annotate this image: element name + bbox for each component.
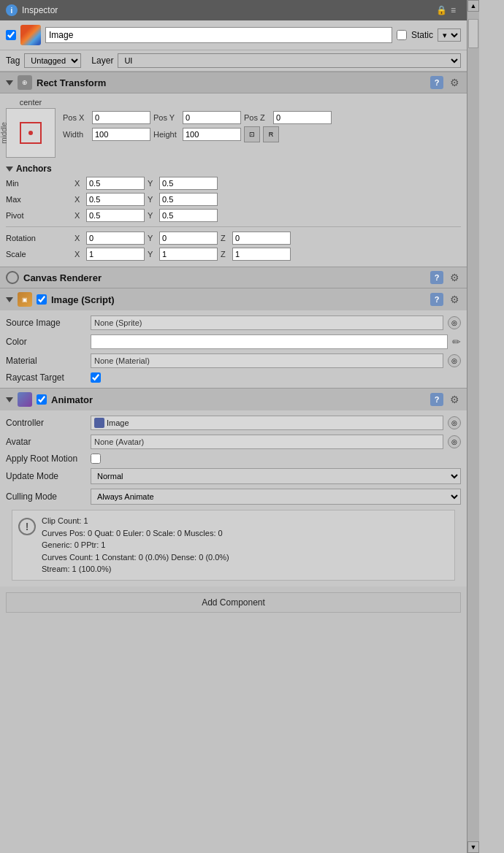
pivot-x-label: X <box>75 211 83 220</box>
tag-select[interactable]: Untagged <box>24 53 81 68</box>
image-script-enabled[interactable] <box>37 294 47 305</box>
anchors-header[interactable]: Anchors <box>6 161 461 175</box>
divider-1 <box>6 226 461 227</box>
layer-label: Layer <box>91 56 113 66</box>
pivot-y-label: Y <box>148 211 156 220</box>
gameobject-enabled-checkbox[interactable] <box>6 30 16 40</box>
static-dropdown[interactable]: ▾ <box>438 28 461 42</box>
anchors-min-x-input[interactable] <box>86 177 145 190</box>
image-script-section: ▣ Image (Script) ? ⚙ Source Image ◎ Colo… <box>0 288 467 388</box>
controller-pick-btn[interactable]: ◎ <box>448 416 461 429</box>
avatar-input[interactable] <box>91 435 443 449</box>
static-checkbox[interactable] <box>397 30 407 40</box>
raycast-target-checkbox[interactable] <box>91 372 101 383</box>
aspect-ratio-icon[interactable]: ⊡ <box>244 126 260 142</box>
rect-transform-gear-icon[interactable]: ⚙ <box>448 76 461 89</box>
scale-group: X Y Z <box>75 248 461 261</box>
canvas-renderer-gear-icon[interactable]: ⚙ <box>448 271 461 284</box>
anchors-max-row: Max X Y <box>6 191 461 207</box>
color-label: Color <box>6 337 86 347</box>
color-field[interactable] <box>91 334 448 349</box>
static-label: Static <box>411 30 433 40</box>
info-icon: ! <box>18 518 36 535</box>
anchors-min-y-input[interactable] <box>159 177 218 190</box>
avatar-row: Avatar ◎ <box>6 432 461 451</box>
rotation-x-input[interactable] <box>86 232 145 245</box>
image-script-gear-icon[interactable]: ⚙ <box>448 293 461 306</box>
rect-transform-icon: ⊕ <box>18 75 32 90</box>
max-x-label: X <box>75 195 83 204</box>
apply-root-motion-checkbox[interactable] <box>91 454 101 464</box>
rotation-y-input[interactable] <box>159 232 218 245</box>
culling-mode-select[interactable]: Always Animate Cull Update Transforms Cu… <box>91 489 461 505</box>
rotation-group: X Y Z <box>75 232 461 245</box>
scale-y-input[interactable] <box>159 248 218 261</box>
image-script-help-icon[interactable]: ? <box>430 293 443 306</box>
panel-title: Inspector <box>22 5 58 15</box>
posx-input[interactable] <box>92 111 150 124</box>
canvas-renderer-help-icon[interactable]: ? <box>430 271 443 284</box>
pos-fields: Pos X Pos Y Pos Z Width Height ⊡ R <box>63 111 461 145</box>
scale-x-input[interactable] <box>86 248 145 261</box>
menu-icon[interactable]: ≡ <box>451 5 461 15</box>
apply-root-motion-row: Apply Root Motion <box>6 451 461 466</box>
posy-label: Pos Y <box>153 113 180 122</box>
update-mode-select[interactable]: Normal AnimatePhysics UnscaledTime <box>91 468 461 484</box>
anchors-max-x-input[interactable] <box>86 193 145 206</box>
pivot-x-input[interactable] <box>86 209 145 222</box>
scroll-down-arrow[interactable]: ▼ <box>467 841 479 853</box>
scroll-thumb[interactable] <box>468 19 478 48</box>
scroll-track[interactable] <box>467 12 479 841</box>
height-input[interactable] <box>183 128 241 141</box>
width-input[interactable] <box>92 128 150 141</box>
height-label: Height <box>153 130 180 139</box>
update-mode-row: Update Mode Normal AnimatePhysics Unscal… <box>6 466 461 486</box>
scrollbar[interactable]: ▲ ▼ <box>467 0 479 853</box>
animator-info-text: Clip Count: 1 Curves Pos: 0 Quat: 0 Eule… <box>42 515 229 575</box>
rect-transform-header[interactable]: ⊕ Rect Transform ? ⚙ <box>0 72 467 93</box>
avatar-pick-btn[interactable]: ◎ <box>448 435 461 448</box>
scale-y-label: Y <box>148 250 156 259</box>
scale-z-input[interactable] <box>232 248 291 261</box>
image-script-header[interactable]: ▣ Image (Script) ? ⚙ <box>0 288 467 310</box>
ratio-lock-icon[interactable]: R <box>263 126 279 142</box>
source-image-pick-btn[interactable]: ◎ <box>448 316 461 329</box>
controller-value: Image <box>107 418 129 427</box>
animator-header[interactable]: Animator ? ⚙ <box>0 389 467 410</box>
anchors-max-y-input[interactable] <box>159 193 218 206</box>
collapse-triangle <box>6 80 13 85</box>
color-row: Color ✏ <box>6 332 461 351</box>
rotation-z-input[interactable] <box>232 232 291 245</box>
animator-gear-icon[interactable]: ⚙ <box>448 393 461 406</box>
controller-row: Controller Image ◎ <box>6 413 461 432</box>
material-pick-btn[interactable]: ◎ <box>448 354 461 367</box>
update-mode-label: Update Mode <box>6 471 86 481</box>
material-row: Material ◎ <box>6 351 461 370</box>
animator-title: Animator <box>51 394 426 405</box>
rect-transform-title: Rect Transform <box>37 77 426 88</box>
rect-transform-help-icon[interactable]: ? <box>430 76 443 89</box>
max-y-label: Y <box>148 195 156 204</box>
image-script-body: Source Image ◎ Color ✏ Material ◎ Raycas… <box>0 310 467 388</box>
gameobject-icon <box>20 25 41 45</box>
min-y-label: Y <box>148 179 156 188</box>
lock-icon[interactable]: 🔒 <box>436 5 446 15</box>
animator-help-icon[interactable]: ? <box>430 393 443 406</box>
animator-enabled[interactable] <box>37 394 47 405</box>
posy-input[interactable] <box>183 111 241 124</box>
canvas-renderer-header[interactable]: Canvas Renderer ? ⚙ <box>0 267 467 288</box>
apply-root-motion-label: Apply Root Motion <box>6 454 86 464</box>
anchor-box[interactable]: middle <box>6 108 56 158</box>
add-component-button[interactable]: Add Component <box>6 592 461 613</box>
material-input[interactable] <box>91 353 443 368</box>
pivot-y-input[interactable] <box>159 209 218 222</box>
tag-layer-row: Tag Untagged Layer UI <box>0 50 467 72</box>
gameobject-name-input[interactable] <box>45 27 392 43</box>
info-line-5: Stream: 1 (100.0%) <box>42 565 111 573</box>
layer-select[interactable]: UI <box>118 53 461 68</box>
rot-x-label: X <box>75 234 83 242</box>
source-image-input[interactable] <box>91 315 443 330</box>
posz-input[interactable] <box>273 111 332 124</box>
scroll-up-arrow[interactable]: ▲ <box>467 0 479 12</box>
pencil-icon[interactable]: ✏ <box>452 336 461 348</box>
